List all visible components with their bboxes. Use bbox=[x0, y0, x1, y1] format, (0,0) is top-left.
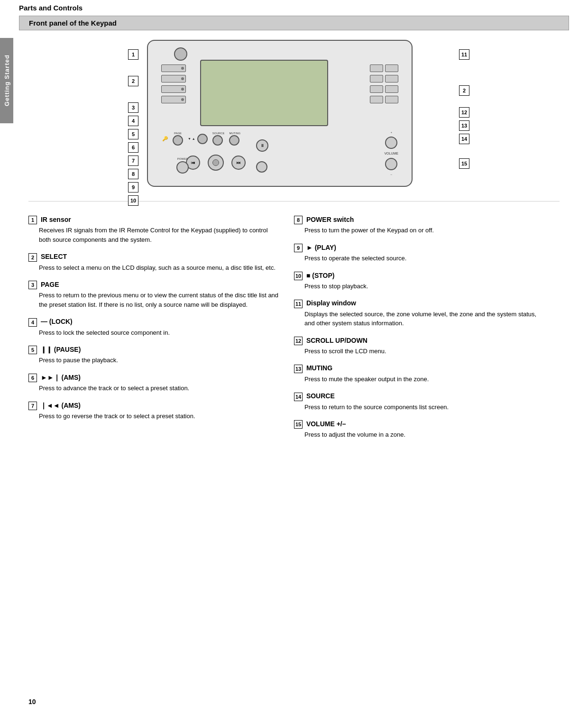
power-label: POWER bbox=[176, 157, 189, 160]
label-11: 11 bbox=[459, 49, 469, 60]
item-14-num: 14 bbox=[294, 393, 303, 401]
item-7-title: 7 ❘◄◄ (AMS) bbox=[28, 402, 280, 410]
section-tab: Getting Started bbox=[0, 38, 13, 123]
source-text-label: SOURCE bbox=[212, 132, 225, 135]
power-button[interactable] bbox=[176, 161, 189, 174]
label-6: 6 bbox=[128, 142, 138, 153]
controls-row: 🔑 PAGE ▼ ▲ SOURCE MUTING bbox=[162, 132, 240, 146]
volume-minus-label: – bbox=[391, 173, 392, 176]
item-4: 4 — (LOCK) Press to lock the selected so… bbox=[28, 318, 294, 337]
item-5-title: 5 ❙❙ (PAUSE) bbox=[28, 346, 280, 354]
left-column: 1 IR sensor Receives IR signals from the… bbox=[28, 216, 294, 448]
select-btn-4[interactable] bbox=[161, 96, 186, 103]
item-1-body: Receives IR signals from the IR Remote C… bbox=[39, 226, 280, 244]
muting-knob[interactable] bbox=[229, 135, 239, 146]
item-13-title: 13 MUTING bbox=[294, 364, 545, 373]
ir-sensor bbox=[174, 47, 187, 61]
scroll-btn-r4a[interactable] bbox=[370, 96, 383, 103]
label-4: 4 bbox=[128, 116, 138, 126]
item-12-body: Press to scroll the LCD menu. bbox=[304, 347, 545, 356]
item-11: 11 Display window Displays the selected … bbox=[294, 299, 560, 328]
item-8: 8 POWER switch Press to turn the power o… bbox=[294, 216, 560, 235]
lock-icon: 🔑 bbox=[162, 136, 168, 141]
scroll-btn-r1a[interactable] bbox=[370, 64, 383, 72]
volume-plus-button[interactable] bbox=[385, 137, 397, 149]
item-1-title: 1 IR sensor bbox=[28, 216, 280, 224]
item-10-body: Press to stop playback. bbox=[304, 282, 545, 291]
scroll-btn-r3b[interactable] bbox=[385, 85, 398, 93]
item-12-title: 12 SCROLL UP/DOWN bbox=[294, 337, 545, 345]
item-13-body: Press to mute the speaker output in the … bbox=[304, 375, 545, 384]
item-7-num: 7 bbox=[28, 402, 37, 410]
item-4-body: Press to lock the selected source compon… bbox=[39, 328, 280, 338]
scroll-btn-r2b[interactable] bbox=[385, 75, 398, 82]
item-1-num: 1 bbox=[28, 216, 37, 224]
label-1: 1 bbox=[128, 49, 138, 60]
stop-button[interactable] bbox=[256, 161, 267, 173]
right-labels: 11 2 12 13 14 15 bbox=[459, 49, 469, 171]
right-column: 8 POWER switch Press to turn the power o… bbox=[294, 216, 560, 448]
scroll-btn-r3a[interactable] bbox=[370, 85, 383, 93]
page-number: 10 bbox=[28, 698, 36, 706]
item-8-body: Press to turn the power of the Keypad on… bbox=[304, 226, 545, 235]
item-9-body: Press to operate the selected source. bbox=[304, 254, 545, 263]
label-10: 10 bbox=[128, 195, 138, 206]
volume-section: + VOLUME – bbox=[384, 131, 398, 176]
scroll-btn-r4b[interactable] bbox=[385, 96, 398, 103]
item-3-title: 3 PAGE bbox=[28, 281, 280, 289]
item-6-body: Press to advance the track or to select … bbox=[39, 384, 280, 393]
keypad-wrapper: 1 2 3 4 5 6 7 8 9 10 11 2 12 13 14 15 bbox=[128, 40, 469, 196]
item-14-body: Press to return to the source components… bbox=[304, 403, 545, 412]
item-2-title: 2 SELECT bbox=[28, 253, 280, 261]
center-button[interactable] bbox=[208, 155, 224, 171]
label-8: 8 bbox=[128, 169, 138, 179]
lcd-display bbox=[200, 60, 328, 126]
scroll-btn-r1b[interactable] bbox=[385, 64, 398, 72]
pause-button[interactable]: ⏸ bbox=[256, 139, 268, 152]
page-label: PAGE bbox=[173, 132, 183, 135]
item-13: 13 MUTING Press to mute the speaker outp… bbox=[294, 364, 560, 384]
item-12-num: 12 bbox=[294, 337, 303, 345]
label-7: 7 bbox=[128, 156, 138, 166]
item-8-title: 8 POWER switch bbox=[294, 216, 545, 224]
item-10-num: 10 bbox=[294, 272, 303, 280]
item-6-num: 6 bbox=[28, 374, 37, 382]
item-10-title: 10 ■ (STOP) bbox=[294, 272, 545, 280]
volume-minus-button[interactable] bbox=[385, 158, 397, 170]
item-1: 1 IR sensor Receives IR signals from the… bbox=[28, 216, 294, 244]
keypad-device: 🔑 PAGE ▼ ▲ SOURCE MUTING bbox=[147, 40, 413, 187]
select-btn-3[interactable] bbox=[161, 85, 186, 93]
diagram-area: 1 2 3 4 5 6 7 8 9 10 11 2 12 13 14 15 bbox=[28, 40, 569, 196]
muting-text-label: MUTING bbox=[229, 132, 240, 135]
nav-arrows: ▼ ▲ bbox=[188, 137, 195, 140]
select-btn-1[interactable] bbox=[161, 64, 186, 72]
item-5-num: 5 bbox=[28, 346, 37, 354]
volume-plus-label: + bbox=[390, 131, 392, 134]
transport-row: ⏮ ⏭ bbox=[186, 155, 246, 171]
item-9: 9 ► (PLAY) Press to operate the selected… bbox=[294, 244, 560, 263]
item-2: 2 SELECT Press to select a menu on the L… bbox=[28, 253, 294, 272]
item-11-num: 11 bbox=[294, 300, 303, 308]
scroll-btn-r2a[interactable] bbox=[370, 75, 383, 82]
label-3: 3 bbox=[128, 102, 138, 113]
item-3: 3 PAGE Press to return to the previous m… bbox=[28, 281, 294, 309]
item-15: 15 VOLUME +/– Press to adjust the volume… bbox=[294, 420, 560, 440]
source-knob[interactable] bbox=[212, 135, 223, 146]
ff-button[interactable]: ⏭ bbox=[231, 156, 246, 170]
select-btn-2[interactable] bbox=[161, 75, 186, 82]
label-5: 5 bbox=[128, 129, 138, 139]
item-10: 10 ■ (STOP) Press to stop playback. bbox=[294, 272, 560, 291]
item-7-body: Press to go reverse the track or to sele… bbox=[39, 412, 280, 421]
power-section: POWER bbox=[176, 157, 189, 174]
label-2r: 2 bbox=[459, 85, 469, 96]
item-14: 14 SOURCE Press to return to the source … bbox=[294, 392, 560, 412]
section-header: Front panel of the Keypad bbox=[19, 16, 569, 30]
item-6: 6 ►►❘ (AMS) Press to advance the track o… bbox=[28, 374, 294, 393]
nav-knob[interactable] bbox=[197, 134, 208, 144]
page-knob[interactable] bbox=[173, 135, 183, 146]
item-12: 12 SCROLL UP/DOWN Press to scroll the LC… bbox=[294, 337, 560, 356]
item-9-num: 9 bbox=[294, 244, 303, 252]
item-9-title: 9 ► (PLAY) bbox=[294, 244, 545, 252]
label-14: 14 bbox=[459, 134, 469, 144]
section-label: Getting Started bbox=[3, 55, 10, 107]
